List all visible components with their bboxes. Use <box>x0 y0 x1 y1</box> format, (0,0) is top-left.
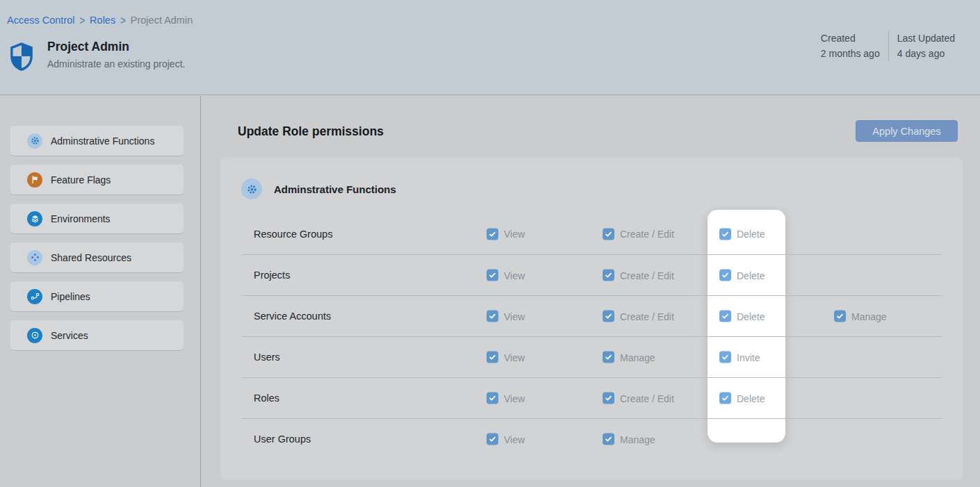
breadcrumb-current: Project Admin <box>131 15 193 26</box>
sidebar-item-label: Adminstrative Functions <box>51 135 154 147</box>
checkbox-checked-icon[interactable] <box>487 434 498 445</box>
permission-label: Delete <box>737 393 765 404</box>
breadcrumb-link-roles[interactable]: Roles <box>90 15 115 26</box>
sidebar-item-environments[interactable]: Environments <box>10 203 184 234</box>
permission-service-accounts-delete: Delete <box>719 311 765 322</box>
checkbox-checked-icon[interactable] <box>719 270 731 281</box>
meta-label: Created <box>821 31 880 46</box>
content-body: Adminstrative Functions Feature Flags En… <box>0 96 980 487</box>
page-header: Access Control>Roles>Project Admin Proje… <box>0 0 980 95</box>
shield-icon <box>10 42 33 71</box>
permission-label: Create / Edit <box>620 270 674 281</box>
permission-label: View <box>504 311 525 322</box>
permission-service-accounts-create-edit: Create / Edit <box>603 311 674 322</box>
checkbox-checked-icon[interactable] <box>603 311 614 322</box>
permissions-card: Adminstrative Functions Resource Groups … <box>220 158 963 480</box>
role-title-block: Project Admin Administrate an existing p… <box>47 40 185 69</box>
permission-label: Delete <box>737 270 765 281</box>
permission-label: View <box>504 352 525 363</box>
permission-label: View <box>504 393 525 404</box>
permission-row-label: Resource Groups <box>254 229 333 240</box>
checkbox-checked-icon[interactable] <box>487 311 498 322</box>
sidebar-item-label: Feature Flags <box>51 174 111 185</box>
permission-roles-view: View <box>487 393 525 404</box>
meta-last-updated: Last Updated 4 days ago <box>889 31 963 61</box>
permission-service-accounts-view: View <box>487 311 525 322</box>
checkbox-checked-icon[interactable] <box>603 393 614 404</box>
role-header: Project Admin Administrate an existing p… <box>10 40 185 71</box>
permission-resource-groups-view: View <box>487 228 525 240</box>
permission-projects-view: View <box>487 270 525 281</box>
checkbox-checked-icon[interactable] <box>719 352 731 363</box>
checkbox-checked-icon[interactable] <box>487 352 498 363</box>
permission-service-accounts-manage: Manage <box>834 311 887 322</box>
apply-changes-button[interactable]: Apply Changes <box>856 120 958 142</box>
permission-label: View <box>504 270 525 281</box>
permission-label: View <box>504 229 525 240</box>
breadcrumb: Access Control>Roles>Project Admin <box>7 15 193 26</box>
checkbox-checked-icon[interactable] <box>603 352 614 363</box>
sidebar: Adminstrative Functions Feature Flags En… <box>0 96 201 487</box>
permission-row-service-accounts: Service Accounts View Create / Edit Dele… <box>241 295 942 336</box>
checkbox-checked-icon[interactable] <box>719 311 731 322</box>
permission-users-view: View <box>487 352 525 363</box>
permissions-table: Resource Groups View Create / Edit Delet… <box>241 213 942 459</box>
checkbox-checked-icon[interactable] <box>487 228 498 240</box>
sidebar-item-label: Pipelines <box>51 291 90 302</box>
permission-projects-create-edit: Create / Edit <box>603 270 674 281</box>
meta-value: 4 days ago <box>897 46 955 61</box>
page-subtitle: Administrate an existing project. <box>47 58 185 69</box>
flag-icon <box>27 172 42 188</box>
permission-roles-create-edit: Create / Edit <box>603 393 674 404</box>
permission-row-label: Service Accounts <box>254 311 331 322</box>
permission-row-resource-groups: Resource Groups View Create / Edit Delet… <box>241 213 942 254</box>
permission-user-groups-manage: Manage <box>603 434 655 445</box>
sidebar-item-label: Environments <box>51 213 111 224</box>
checkbox-checked-icon[interactable] <box>603 434 614 445</box>
checkbox-checked-icon[interactable] <box>719 228 731 240</box>
chevron-right-icon: > <box>120 14 126 27</box>
permission-label: Manage <box>851 311 887 322</box>
permission-user-groups-view: View <box>487 434 525 445</box>
shared-icon <box>27 250 42 265</box>
permission-label: Delete <box>737 311 765 322</box>
card-header: Adminstrative Functions <box>241 179 396 199</box>
checkbox-checked-icon[interactable] <box>719 393 731 404</box>
permission-label: Create / Edit <box>620 311 674 322</box>
permission-row-label: Roles <box>254 393 279 404</box>
sidebar-item-feature-flags[interactable]: Feature Flags <box>10 164 184 195</box>
permission-row-user-groups: User Groups View Manage <box>241 418 942 459</box>
permission-label: Create / Edit <box>620 393 674 404</box>
chevron-right-icon: > <box>80 14 85 27</box>
gear-icon <box>27 133 42 149</box>
sidebar-item-services[interactable]: Services <box>10 320 184 351</box>
permission-row-projects: Projects View Create / Edit Delete <box>241 254 942 295</box>
target-icon <box>27 328 42 343</box>
checkbox-checked-icon[interactable] <box>603 228 614 240</box>
permission-row-label: Projects <box>254 270 290 281</box>
sidebar-item-pipelines[interactable]: Pipelines <box>10 281 184 312</box>
permission-row-label: User Groups <box>254 434 311 445</box>
sidebar-item-shared-resources[interactable]: Shared Resources <box>10 242 184 273</box>
permission-label: Invite <box>737 352 760 363</box>
sidebar-item-label: Services <box>51 330 88 341</box>
gear-icon <box>241 179 262 199</box>
main-panel: Update Role permissions Apply Changes Ad… <box>202 96 980 487</box>
checkbox-checked-icon[interactable] <box>487 393 498 404</box>
permission-label: Delete <box>737 229 765 240</box>
page: Access Control>Roles>Project Admin Proje… <box>0 0 980 487</box>
permission-row-label: Users <box>254 352 280 363</box>
permission-roles-delete: Delete <box>719 393 765 404</box>
permission-users-invite: Invite <box>719 352 760 363</box>
sidebar-item-label: Shared Resources <box>51 252 131 263</box>
permission-label: View <box>504 434 525 445</box>
card-title: Adminstrative Functions <box>274 183 396 195</box>
permission-resource-groups-delete: Delete <box>719 228 765 240</box>
checkbox-checked-icon[interactable] <box>487 270 498 281</box>
permission-label: Manage <box>620 352 655 363</box>
checkbox-checked-icon[interactable] <box>834 311 846 322</box>
sidebar-item-adminstrative-functions[interactable]: Adminstrative Functions <box>10 125 184 156</box>
pipeline-icon <box>27 289 42 304</box>
breadcrumb-link-access-control[interactable]: Access Control <box>7 15 75 26</box>
checkbox-checked-icon[interactable] <box>603 270 614 281</box>
